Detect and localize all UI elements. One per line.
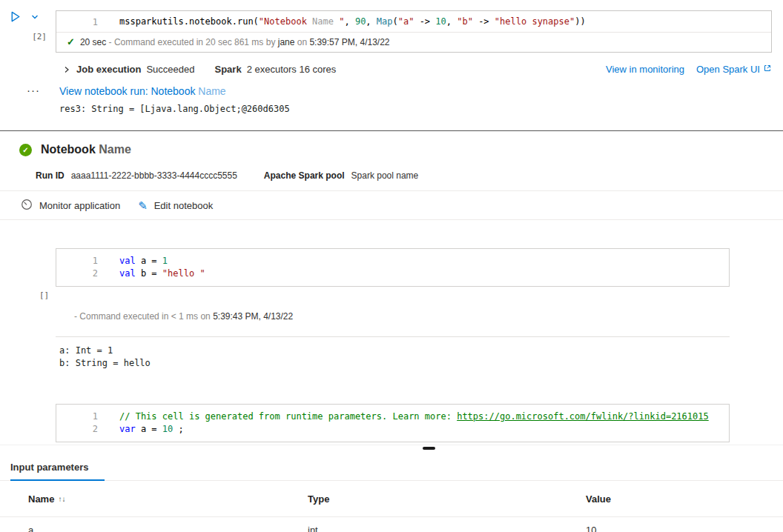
page-title: Notebook Name xyxy=(41,143,131,156)
code-line: var a = 10 ; xyxy=(98,423,184,436)
edit-notebook-label: Edit notebook xyxy=(154,200,214,211)
panel-splitter xyxy=(0,445,783,453)
column-header-name[interactable]: Name ↑↓ xyxy=(28,493,308,505)
notebook-header: ✓ Notebook Name xyxy=(0,131,783,156)
execution-count: [2] xyxy=(7,32,56,41)
notebook-run-output: ··· View notebook run: Notebook Name res… xyxy=(27,85,783,114)
code-line: // This cell is generated from runtime p… xyxy=(98,410,709,423)
code-cell: 1 // This cell is generated from runtime… xyxy=(56,404,730,442)
cell-output: a: Int = 1 b: String = hello xyxy=(59,345,783,370)
line-number: 2 xyxy=(56,267,98,280)
edit-notebook-button[interactable]: ✎ Edit notebook xyxy=(138,200,213,211)
monitor-application-button[interactable]: Monitor application xyxy=(21,199,120,213)
page-title-main: Notebook xyxy=(41,143,96,156)
cell-status-bar: ✓ 20 sec - Command executed in 20 sec 86… xyxy=(56,32,771,52)
cell-status-text: 20 sec - Command executed in 20 sec 861 … xyxy=(80,37,390,47)
input-parameters-panel: Input parameters Name ↑↓ Type Value a in… xyxy=(0,453,783,532)
code-cell: 1 mssparkutils.notebook.run("Notebook Na… xyxy=(56,10,772,53)
line-number: 1 xyxy=(56,17,98,27)
view-in-monitoring-link[interactable]: View in monitoring xyxy=(606,64,684,75)
job-execution-row: Job execution Succeeded Spark 2 executor… xyxy=(62,64,772,75)
spark-pool-value: Spark pool name xyxy=(351,170,419,181)
sort-icon: ↑↓ xyxy=(58,495,65,503)
success-check-icon: ✓ xyxy=(67,36,75,47)
code-line: val a = 1 xyxy=(98,255,168,267)
job-execution-label: Job execution xyxy=(76,64,141,75)
synapse-notebook-run-page: [2] 1 mssparkutils.notebook.run("Noteboo… xyxy=(0,0,783,532)
run-id-label: Run ID xyxy=(36,170,65,181)
table-row: a int 10 xyxy=(0,517,783,532)
panel-tabs: Input parameters xyxy=(0,453,783,481)
open-spark-ui-label: Open Spark UI xyxy=(696,64,760,75)
code-line: val b = "hello " xyxy=(98,267,205,280)
play-icon xyxy=(9,10,22,25)
code-cell: 1 val a = 1 2 val b = "hello " xyxy=(56,248,730,287)
param-type: int xyxy=(308,525,586,532)
table-header-row: Name ↑↓ Type Value xyxy=(0,481,783,517)
monitor-application-label: Monitor application xyxy=(39,200,120,211)
toolbar: Monitor application ✎ Edit notebook xyxy=(0,191,783,219)
spark-resources: 2 executors 16 cores xyxy=(247,64,337,75)
view-notebook-run-label: View notebook run: Notebook xyxy=(59,85,195,97)
run-cell-gutter: [2] xyxy=(7,10,56,53)
param-value: 10 xyxy=(586,525,783,532)
external-link-icon xyxy=(763,64,772,75)
run-id-value: aaaa1111-2222-bbbb-3333-4444cccc5555 xyxy=(71,170,237,181)
job-execution-status: Succeeded xyxy=(146,64,194,75)
column-header-type: Type xyxy=(308,493,586,505)
view-notebook-run-link[interactable]: View notebook run: Notebook Name xyxy=(59,85,226,97)
column-header-value: Value xyxy=(586,493,783,505)
spark-pool-label: Apache Spark pool xyxy=(264,170,345,181)
output-line: a: Int = 1 xyxy=(59,345,783,357)
cell-status-text: - Command executed in < 1 ms on 5:39:43 … xyxy=(74,311,293,322)
run-cell: [2] 1 mssparkutils.notebook.run("Noteboo… xyxy=(0,0,783,53)
open-spark-ui-link[interactable]: Open Spark UI xyxy=(696,64,772,75)
resize-handle[interactable] xyxy=(423,447,435,450)
view-notebook-run-name: Name xyxy=(198,85,225,97)
result-output: res3: String = [Ljava.lang.Object;@260d6… xyxy=(59,104,290,114)
tab-input-parameters[interactable]: Input parameters xyxy=(10,459,105,481)
expand-chevron-icon[interactable] xyxy=(62,65,71,74)
chevron-down-icon xyxy=(30,13,39,24)
line-number: 1 xyxy=(56,410,98,423)
spark-label: Spark xyxy=(214,64,241,75)
code-editor-line[interactable]: mssparkutils.notebook.run("Notebook Name… xyxy=(98,16,586,28)
more-options-button[interactable]: ··· xyxy=(27,85,59,114)
column-header-name-label: Name xyxy=(28,493,54,505)
output-line: b: String = hello xyxy=(59,357,783,370)
success-status-icon: ✓ xyxy=(19,144,32,156)
run-options-dropdown[interactable] xyxy=(30,13,39,24)
run-cell-button[interactable] xyxy=(9,10,22,25)
cell-status-bar: [] - Command executed in < 1 ms on 5:39:… xyxy=(56,287,730,337)
param-name: a xyxy=(28,525,308,532)
gauge-icon xyxy=(21,199,33,213)
line-number: 2 xyxy=(56,423,98,436)
run-metadata: Run ID aaaa1111-2222-bbbb-3333-4444cccc5… xyxy=(0,170,783,181)
page-title-secondary: Name xyxy=(99,143,131,156)
notebook-preview: 1 val a = 1 2 val b = "hello " [] - Comm… xyxy=(0,248,783,442)
line-number: 1 xyxy=(56,255,98,267)
execution-count: [] xyxy=(39,290,49,300)
pencil-icon: ✎ xyxy=(138,200,148,211)
divider xyxy=(0,219,783,220)
